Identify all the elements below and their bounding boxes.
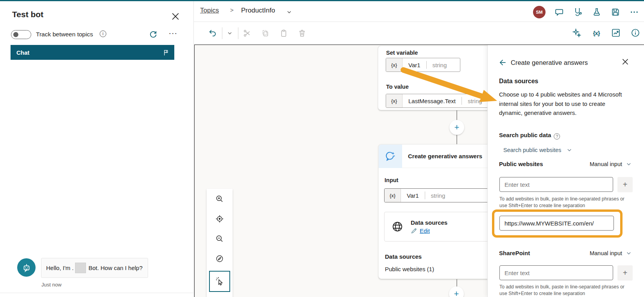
pointer-sparkle-icon xyxy=(215,277,224,286)
delete-button[interactable] xyxy=(297,29,307,38)
bot-message-prefix: Hello, I'm . xyxy=(46,265,73,271)
to-value-pill[interactable]: {x} LastMessage.Text string xyxy=(386,94,494,108)
topic-checker-button[interactable] xyxy=(573,7,583,17)
breadcrumb-separator: > xyxy=(230,7,234,13)
info-icon[interactable]: i xyxy=(100,30,106,37)
bot-message-bubble: Hello, I'm . Bot. How can I help? xyxy=(41,258,148,278)
breadcrumb-current-topic: ProductInfo xyxy=(241,7,275,14)
help-icon[interactable]: ? xyxy=(554,133,560,140)
pan-mode-button[interactable] xyxy=(207,249,233,268)
variable-type: string xyxy=(462,98,488,104)
sharepoint-input[interactable] xyxy=(499,265,613,280)
redacted-bot-name xyxy=(75,263,86,273)
add-sharepoint-button[interactable]: + xyxy=(617,265,633,281)
copy-icon xyxy=(261,29,270,38)
breadcrumb-topics-link[interactable]: Topics xyxy=(200,7,219,14)
chat-tab-header[interactable]: Chat xyxy=(11,45,174,60)
generative-answers-node[interactable]: Create generative answers Input {x} Var1… xyxy=(378,144,496,279)
variable-type: string xyxy=(425,192,451,199)
data-sources-card[interactable]: Data sources Edit xyxy=(384,212,490,242)
topic-info-button[interactable] xyxy=(631,28,640,38)
save-icon xyxy=(611,7,620,17)
set-variable-title: Set variable xyxy=(386,50,418,56)
compass-icon xyxy=(215,254,224,263)
zoom-out-button[interactable] xyxy=(207,229,233,249)
topic-dropdown-chevron[interactable] xyxy=(286,9,292,15)
data-sources-summary-value: Public websites (1) xyxy=(385,266,434,272)
panel-close-button[interactable] xyxy=(621,57,630,66)
globe-icon xyxy=(391,220,404,233)
close-icon xyxy=(621,57,630,66)
add-node-button[interactable]: + xyxy=(449,286,464,297)
toggle-knob xyxy=(13,32,18,37)
chevron-down-icon xyxy=(626,161,631,167)
public-websites-label: Public websites xyxy=(499,161,543,167)
reset-chat-button[interactable] xyxy=(149,30,157,38)
close-test-bot-button[interactable] xyxy=(170,11,181,21)
topic-header-bar: Topics > ProductInfo SM xyxy=(194,1,644,22)
data-sources-description: Choose up to 4 public websites and 4 Mic… xyxy=(499,90,623,118)
select-tool-button-selected[interactable] xyxy=(209,271,230,292)
public-websites-mode-dropdown[interactable]: Manual input xyxy=(590,161,631,167)
track-between-topics-toggle[interactable] xyxy=(11,30,31,39)
robot-icon xyxy=(21,263,32,273)
variable-type: string xyxy=(427,62,453,68)
undo-button[interactable] xyxy=(208,29,217,38)
center-canvas-button[interactable] xyxy=(207,209,233,229)
sharepoint-label: SharePoint xyxy=(499,250,530,256)
test-bot-title: Test bot xyxy=(12,10,43,19)
user-avatar[interactable]: SM xyxy=(533,6,546,18)
to-value-label: To value xyxy=(386,84,409,90)
panel-back-button[interactable] xyxy=(498,58,507,67)
edit-data-sources-link[interactable]: Edit xyxy=(420,227,430,234)
comments-button[interactable] xyxy=(554,7,564,17)
chat-input-divider xyxy=(0,293,193,293)
test-bot-panel: Test bot Track between topics i ... Chat… xyxy=(0,1,194,297)
analytics-button[interactable] xyxy=(611,28,621,38)
cut-icon xyxy=(243,29,251,38)
undo-dropdown-chevron[interactable] xyxy=(225,29,234,38)
save-button[interactable] xyxy=(610,7,621,17)
variables-icon: {x} xyxy=(593,30,599,36)
close-icon xyxy=(170,11,181,21)
canvas-tool-palette xyxy=(207,189,233,297)
add-public-website-button[interactable]: + xyxy=(617,177,633,192)
copy-button[interactable] xyxy=(261,29,270,38)
variable-badge-icon: {x} xyxy=(386,94,402,107)
public-website-url-input[interactable] xyxy=(499,216,614,231)
toolbar-separator xyxy=(238,27,238,39)
cut-button[interactable] xyxy=(242,29,252,38)
canvas-toolbar: {x} xyxy=(194,22,644,45)
variables-button[interactable]: {x} xyxy=(592,28,601,38)
toolbar-separator xyxy=(222,27,222,39)
variable-name: LastMessage.Text xyxy=(402,98,462,104)
set-variable-node[interactable]: Set variable {x} Var1 string To value {x… xyxy=(378,46,495,110)
data-sources-heading: Data sources xyxy=(499,78,538,85)
generative-node-title: Create generative answers xyxy=(408,153,482,159)
undo-icon xyxy=(208,29,217,38)
refresh-icon xyxy=(149,30,157,38)
message-timestamp: Just now xyxy=(41,282,61,288)
center-target-icon xyxy=(215,215,224,223)
data-sources-summary-label: Data sources xyxy=(385,253,422,260)
flag-icon[interactable] xyxy=(162,49,170,56)
variable-badge-icon: {x} xyxy=(386,58,402,72)
header-icon-group: SM xyxy=(533,6,639,18)
set-variable-pill[interactable]: {x} Var1 string xyxy=(386,58,460,72)
toolbar-right-icons: {x} xyxy=(572,28,640,38)
zoom-in-button[interactable] xyxy=(207,189,233,209)
paste-button[interactable] xyxy=(279,29,288,38)
more-horizontal-icon xyxy=(630,7,639,17)
variable-name: Var1 xyxy=(401,192,425,199)
paste-icon xyxy=(279,29,288,38)
test-lab-button[interactable] xyxy=(592,7,602,17)
search-public-websites-dropdown[interactable]: Search public websites xyxy=(503,147,572,153)
chevron-down-icon xyxy=(626,250,631,256)
more-options-button[interactable] xyxy=(629,7,639,17)
input-variable-pill[interactable]: {x} Var1 string xyxy=(384,188,490,202)
sharepoint-mode-dropdown[interactable]: Manual input xyxy=(590,250,631,256)
public-websites-input[interactable] xyxy=(499,177,613,192)
format-sparkle-button[interactable] xyxy=(572,28,581,38)
test-panel-more-button[interactable]: ... xyxy=(169,27,178,36)
add-node-button[interactable]: + xyxy=(449,120,464,135)
